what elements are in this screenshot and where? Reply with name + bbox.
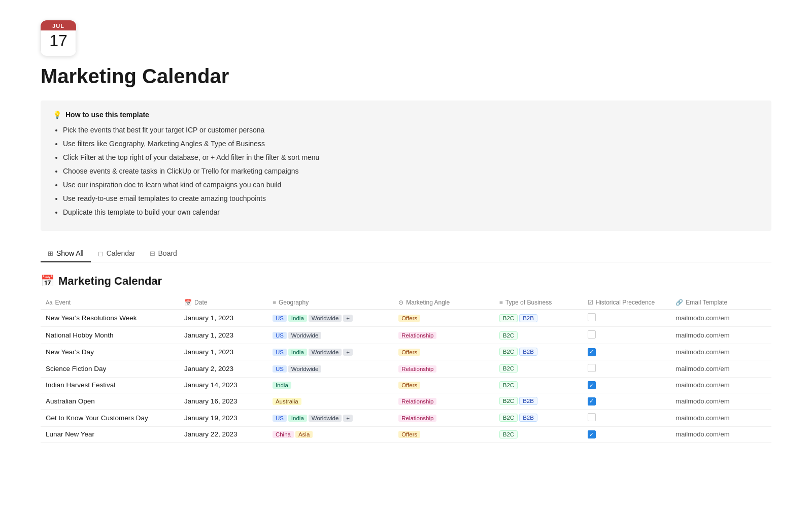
hist-cell[interactable]: ✓: [583, 426, 671, 443]
email-link[interactable]: mailmodo.com/em: [675, 348, 729, 356]
col-header-angle: ⊙ Marketing Angle: [393, 296, 494, 310]
event-cell[interactable]: Get to Know Your Customers Day: [41, 409, 179, 426]
angle-cell: Relationship: [393, 360, 494, 377]
info-box: 💡 How to use this template Pick the even…: [41, 100, 771, 231]
email-col-label: Email Template: [686, 299, 727, 306]
email-link[interactable]: mailmodo.com/em: [675, 314, 729, 322]
event-cell[interactable]: Science Fiction Day: [41, 360, 179, 377]
biz-tag-b2c: B2C: [499, 430, 518, 438]
angle-cell: Relationship: [393, 393, 494, 410]
email-cell[interactable]: mailmodo.com/em: [670, 310, 771, 327]
geo-col-label: Geography: [279, 299, 309, 306]
info-box-list: Pick the events that best fit your targe…: [53, 125, 759, 218]
tab-show-all[interactable]: ⊞ Show All: [41, 245, 91, 262]
info-bullet-7: Duplicate this template to build your ow…: [63, 207, 759, 218]
table-row: Get to Know Your Customers DayJanuary 19…: [41, 409, 771, 426]
biz-cell: B2CB2B: [494, 310, 583, 327]
date-cell: January 2, 2023: [179, 360, 267, 377]
angle-tag: Offers: [398, 431, 420, 438]
tab-board-label: Board: [158, 249, 177, 257]
hist-cell[interactable]: ✓: [583, 393, 671, 410]
biz-tag-b2c: B2C: [499, 364, 518, 373]
biz-cell: B2C: [494, 426, 583, 443]
email-cell[interactable]: mailmodo.com/em: [670, 409, 771, 426]
geo-cell: USIndiaWorldwide+: [267, 409, 393, 426]
biz-cell: B2CB2B: [494, 409, 583, 426]
email-cell[interactable]: mailmodo.com/em: [670, 377, 771, 393]
biz-cell: B2C: [494, 377, 583, 393]
checkbox[interactable]: [588, 330, 596, 339]
angle-cell: Relationship: [393, 327, 494, 344]
email-link[interactable]: mailmodo.com/em: [675, 365, 729, 373]
biz-tag-b2c: B2C: [499, 381, 518, 389]
geo-tag-us: US: [273, 349, 287, 356]
hist-cell[interactable]: [583, 409, 671, 426]
email-cell[interactable]: mailmodo.com/em: [670, 327, 771, 344]
geo-tag-worldwide: Worldwide: [288, 332, 321, 339]
calendar-icon: JUL 17: [41, 20, 76, 56]
date-cell: January 1, 2023: [179, 344, 267, 360]
geo-tag-more: +: [343, 349, 353, 356]
event-cell[interactable]: National Hobby Month: [41, 327, 179, 344]
biz-col-label: Type of Business: [505, 299, 552, 306]
hist-cell[interactable]: [583, 360, 671, 377]
checkbox[interactable]: ✓: [588, 381, 596, 389]
email-link[interactable]: mailmodo.com/em: [675, 414, 729, 422]
event-name: New Year's Resolutions Week: [46, 314, 137, 322]
email-cell[interactable]: mailmodo.com/em: [670, 360, 771, 377]
checkbox[interactable]: [588, 364, 596, 372]
page-container: JUL 17 Marketing Calendar 💡 How to use t…: [0, 0, 812, 507]
email-cell[interactable]: mailmodo.com/em: [670, 426, 771, 443]
angle-tag: Offers: [398, 382, 420, 389]
email-cell[interactable]: mailmodo.com/em: [670, 344, 771, 360]
col-header-date: 📅 Date: [179, 296, 267, 310]
hist-cell[interactable]: [583, 327, 671, 344]
col-header-email: 🔗 Email Template: [670, 296, 771, 310]
date-cell: January 1, 2023: [179, 327, 267, 344]
email-link[interactable]: mailmodo.com/em: [675, 430, 729, 438]
email-link[interactable]: mailmodo.com/em: [675, 331, 729, 339]
biz-col-icon: ≡: [499, 299, 503, 306]
geo-tag-asia: Asia: [295, 431, 313, 438]
hist-col-icon: ☑: [588, 299, 593, 306]
event-col-icon: Aa: [46, 299, 52, 306]
tab-board[interactable]: ⊟ Board: [143, 245, 184, 262]
angle-cell: Offers: [393, 310, 494, 327]
checkbox[interactable]: ✓: [588, 348, 596, 356]
angle-col-icon: ⊙: [398, 299, 403, 306]
email-link[interactable]: mailmodo.com/em: [675, 397, 729, 405]
geo-col-icon: ≡: [273, 299, 276, 306]
checkbox[interactable]: ✓: [588, 397, 596, 405]
hist-cell[interactable]: ✓: [583, 344, 671, 360]
angle-tag: Relationship: [398, 398, 436, 405]
geo-tag-india: India: [288, 315, 307, 322]
event-cell[interactable]: New Year's Resolutions Week: [41, 310, 179, 327]
info-emoji: 💡: [53, 111, 61, 119]
date-cell: January 16, 2023: [179, 393, 267, 410]
angle-tag: Relationship: [398, 415, 436, 422]
show-all-icon: ⊞: [48, 250, 53, 257]
angle-tag: Relationship: [398, 365, 436, 373]
biz-tag-b2b: B2B: [519, 414, 537, 422]
biz-cell: B2CB2B: [494, 344, 583, 360]
event-cell[interactable]: Lunar New Year: [41, 426, 179, 443]
event-cell[interactable]: Indian Harvest Festival: [41, 377, 179, 393]
checkbox[interactable]: [588, 313, 596, 321]
checkbox[interactable]: ✓: [588, 430, 596, 438]
info-bullet-2: Use filters like Geography, Marketing An…: [63, 139, 759, 149]
hist-cell[interactable]: [583, 310, 671, 327]
info-bullet-6: Use ready-to-use email templates to crea…: [63, 193, 759, 204]
geo-cell: India: [267, 377, 393, 393]
calendar-tab-icon: ◻: [98, 250, 104, 257]
info-box-title: How to use this template: [65, 111, 149, 119]
event-cell[interactable]: Australian Open: [41, 393, 179, 410]
event-cell[interactable]: New Year's Day: [41, 344, 179, 360]
date-col-label: Date: [194, 299, 207, 306]
email-link[interactable]: mailmodo.com/em: [675, 381, 729, 389]
tab-calendar[interactable]: ◻ Calendar: [91, 245, 143, 262]
checkbox[interactable]: [588, 413, 596, 421]
hist-cell[interactable]: ✓: [583, 377, 671, 393]
tab-show-all-label: Show All: [56, 249, 84, 257]
email-cell[interactable]: mailmodo.com/em: [670, 393, 771, 410]
table-row: Australian OpenJanuary 16, 2023Australia…: [41, 393, 771, 410]
